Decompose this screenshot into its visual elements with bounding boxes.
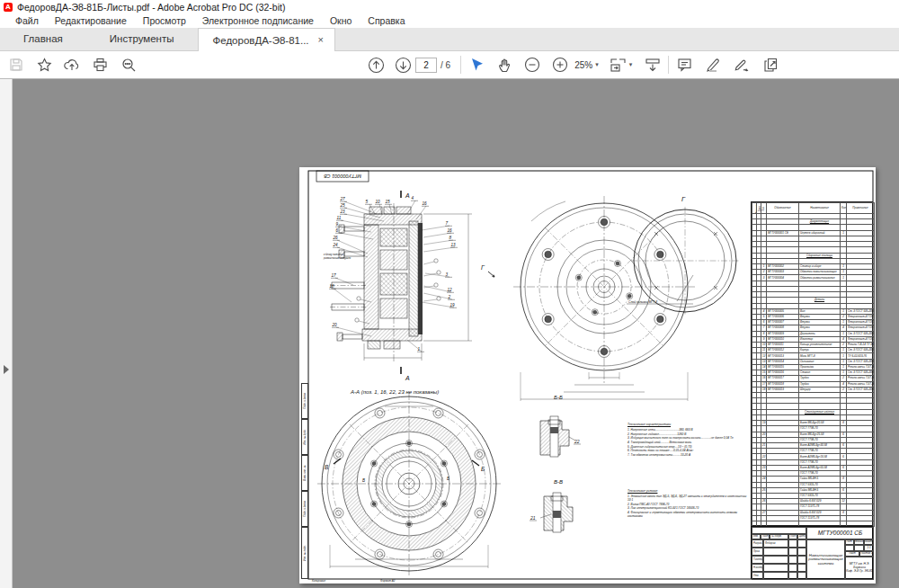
svg-text:Г: Г bbox=[481, 264, 485, 271]
page-fit-icon[interactable] bbox=[610, 56, 628, 74]
menu-item-3[interactable]: Электронное подписание bbox=[194, 15, 322, 26]
title-block-cell bbox=[763, 548, 788, 556]
tab-close-icon[interactable]: × bbox=[318, 35, 324, 45]
callout-label: 13 bbox=[451, 243, 457, 247]
main-section-view: А А bbox=[323, 191, 472, 381]
side-stamp-cell: Инв. № дубл. bbox=[301, 419, 308, 455]
title-block-cell bbox=[763, 564, 788, 572]
callout-label: 20 bbox=[332, 323, 338, 327]
front-view: Г bbox=[481, 196, 695, 401]
section-aa-view: А-А (поз. 1, 16, 22, 23 не показаны) bbox=[317, 389, 501, 577]
title-block-cell: Т.контр. bbox=[752, 556, 763, 564]
callout-label: 25 bbox=[340, 203, 346, 208]
spec-header: Наименование bbox=[799, 203, 841, 214]
menu-item-5[interactable]: Справка bbox=[360, 15, 413, 26]
title-block-cell bbox=[797, 556, 806, 564]
title-block-cell bbox=[788, 556, 797, 564]
callout-label: 9 bbox=[336, 222, 339, 227]
page-number-input[interactable]: 2 bbox=[415, 58, 437, 73]
menu-item-0[interactable]: Файл bbox=[7, 15, 47, 26]
toolbar-divider bbox=[668, 56, 669, 74]
toolbar: 2 / 6 25% ▾ ▾ bbox=[0, 51, 899, 79]
acrobat-window: A ФедоровДА-Э8-81Б-Листы.pdf - Adobe Acr… bbox=[0, 0, 899, 588]
callout-label: 12 bbox=[448, 288, 453, 292]
cloud-upload-icon[interactable] bbox=[63, 56, 81, 74]
callout-label: 2 bbox=[448, 295, 451, 299]
title-block-cell: Утв. bbox=[752, 572, 763, 580]
acrobat-app-icon: A bbox=[4, 3, 13, 12]
fill-sign-icon[interactable] bbox=[733, 56, 751, 74]
view-vv: В-В 21 bbox=[530, 479, 573, 532]
comment-icon[interactable] bbox=[675, 56, 693, 74]
title-block: МГТУ000001 СБ Намагничивающая размагничи… bbox=[751, 526, 873, 579]
title-block-designation: МГТУ000001 СБ bbox=[806, 527, 874, 539]
star-icon[interactable] bbox=[35, 56, 53, 74]
title-block-cell bbox=[788, 564, 797, 572]
callout-label: 27 bbox=[340, 197, 346, 201]
highlight-icon[interactable] bbox=[704, 56, 722, 74]
title-block-cell bbox=[797, 548, 806, 556]
page-count-label: / 6 bbox=[441, 60, 450, 70]
footer-copied-label: Копировал bbox=[312, 579, 325, 583]
previous-page-icon[interactable] bbox=[367, 56, 385, 74]
page-fit-caret-icon[interactable]: ▾ bbox=[629, 61, 633, 68]
tech-item: 6. Плотность тока на плашке.....0,01-0,0… bbox=[628, 449, 746, 452]
tech-item: 5. Давление гидроиспытания опор....10⁻¹ … bbox=[628, 445, 746, 449]
print-icon[interactable] bbox=[91, 56, 109, 74]
svg-text:Г: Г bbox=[681, 195, 686, 203]
svg-text:А: А bbox=[405, 192, 410, 199]
tech-item: 3. Лак электроизоляционный КО-921 ГОСТ 1… bbox=[628, 506, 749, 510]
title-block-scale-value: 1:1 bbox=[864, 545, 874, 551]
zoom-in-icon[interactable] bbox=[551, 56, 569, 74]
callout-label: 15 bbox=[386, 200, 391, 204]
top-left-stamp: МГТУ000001 СБ bbox=[316, 171, 369, 182]
parts-specification-table: ФорматЗонаПоз.ОбозначениеНаименованиеКол… bbox=[751, 201, 873, 526]
title-block-cell bbox=[752, 527, 806, 534]
title-block-organization: МГТУ им. Н.Э. Баумана Каф. Э-8 Гр. Э8-81 bbox=[845, 557, 874, 580]
side-stamp-cell: Взам. инв. № bbox=[301, 455, 308, 491]
title-block-cell bbox=[788, 572, 797, 580]
title-block-cell: Разраб. bbox=[752, 539, 763, 548]
menu-item-4[interactable]: Окно bbox=[322, 15, 360, 26]
tech-item: 1. Напряжение сети......................… bbox=[628, 428, 746, 432]
tab-document-label: ФедоровДА-Э8-81... bbox=[213, 29, 309, 52]
tech-item: 4. Токопроводящий слой...........Ветонов… bbox=[628, 441, 746, 444]
svg-text:А-А (поз. 1, 16, 22, 23 не пок: А-А (поз. 1, 16, 22, 23 не показаны) bbox=[350, 389, 439, 395]
next-page-icon[interactable] bbox=[394, 56, 412, 74]
tab-home[interactable]: Главная bbox=[0, 27, 86, 50]
search-icon[interactable] bbox=[120, 56, 138, 74]
view-bb: Б-Б 22 bbox=[540, 395, 581, 457]
more-tools-icon[interactable] bbox=[761, 56, 779, 74]
svg-text:Б: Б bbox=[481, 466, 485, 472]
callout-label: 23 bbox=[340, 209, 346, 214]
hand-tool-icon[interactable] bbox=[495, 56, 513, 74]
svg-text:А: А bbox=[405, 375, 410, 381]
menu-item-2[interactable]: Просмотр bbox=[135, 15, 194, 26]
select-tool-icon[interactable] bbox=[467, 56, 485, 74]
callout-label: 16 bbox=[448, 228, 453, 233]
callout-label: 10 bbox=[376, 200, 381, 204]
zoom-level-value[interactable]: 25% bbox=[574, 60, 592, 70]
menu-item-1[interactable]: Редактирование bbox=[47, 15, 135, 26]
scrolling-mode-icon[interactable] bbox=[644, 56, 662, 74]
title-block-lit-value bbox=[845, 545, 854, 551]
callout-label: 26 bbox=[333, 236, 339, 240]
title-block-cell bbox=[797, 572, 806, 580]
tab-tools[interactable]: Инструменты bbox=[86, 27, 198, 50]
zoom-out-icon[interactable] bbox=[523, 56, 541, 74]
title-block-cell bbox=[788, 548, 797, 556]
zoom-caret-icon[interactable]: ▾ bbox=[595, 61, 599, 68]
tab-document[interactable]: ФедоровДА-Э8-81... × bbox=[198, 28, 336, 51]
save-icon[interactable] bbox=[7, 56, 25, 74]
expand-panel-icon[interactable] bbox=[4, 365, 9, 374]
callout-label: 8 bbox=[450, 236, 452, 240]
side-stamp-cell: Подп. и дата bbox=[301, 491, 308, 527]
title-block-cell bbox=[797, 564, 806, 572]
callout-label: 5 bbox=[366, 200, 369, 204]
navigation-pane-collapsed bbox=[0, 79, 13, 588]
svg-text:В-В: В-В bbox=[554, 479, 563, 485]
svg-text:21: 21 bbox=[530, 515, 536, 521]
tech-item: 1. Эпоксидная смола тип ЭД-5, ЭД-6, ЭД-2… bbox=[628, 494, 749, 502]
tech-title: Технические характеристики bbox=[628, 423, 746, 426]
technical-conditions: Технические условия1. Эпоксидная смола т… bbox=[628, 489, 749, 519]
